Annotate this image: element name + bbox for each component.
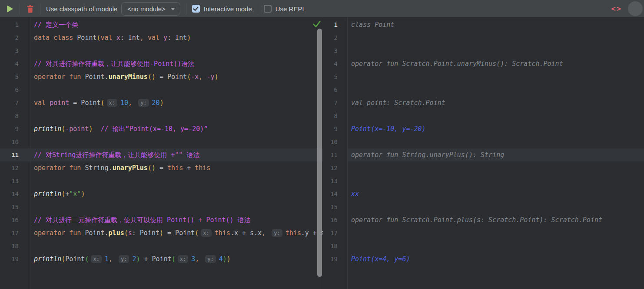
line-number[interactable]: 18 [0,240,30,253]
code-line[interactable]: 19println(Point(x:1, y:2) + Point(x:3, y… [0,253,323,266]
line-number[interactable]: 6 [323,83,348,96]
interactive-mode-checkbox[interactable] [192,5,200,13]
output-line[interactable]: 17 [323,227,644,240]
output-line[interactable]: 13 [323,174,644,187]
code-line[interactable]: 1// 定义一个类 [0,18,323,31]
line-number[interactable]: 3 [0,44,30,57]
line-number[interactable]: 7 [323,96,348,109]
code-line[interactable]: 7val point = Point(x:10, y:20) [0,96,323,109]
code-line[interactable]: 5operator fun Point.unaryMinus() = Point… [0,70,323,83]
use-repl-checkbox[interactable] [264,5,272,13]
line-number[interactable]: 16 [323,213,348,227]
line-number[interactable]: 2 [0,31,30,44]
output-line[interactable]: 6 [323,83,644,96]
code-text [30,240,323,253]
line-number[interactable]: 14 [323,187,348,200]
source-editor-pane[interactable]: 1// 定义一个类2data class Point(val x: Int, v… [0,18,323,289]
scratch-output-pane[interactable]: 1class Point234operator fun Scratch.Poin… [323,18,644,289]
scrollbar-thumb[interactable] [317,29,322,277]
output-line[interactable]: 4operator fun Scratch.Point.unaryMinus()… [323,57,644,70]
line-number[interactable]: 6 [0,83,30,96]
line-number[interactable]: 14 [0,187,30,200]
line-number[interactable]: 16 [0,213,30,227]
line-number[interactable]: 12 [323,161,348,174]
code-line[interactable]: 14println(+"x") [0,187,323,200]
line-number[interactable]: 3 [323,44,348,57]
line-number[interactable]: 12 [0,161,30,174]
code-text: val point = Point(x:10, y:20) [30,96,323,109]
interactive-mode-toggle[interactable]: Interactive mode [192,5,252,13]
chevron-down-icon [171,8,175,10]
code-token: 20 [152,99,160,107]
clear-output-button[interactable] [26,4,34,13]
line-number[interactable]: 19 [323,253,348,266]
code-line[interactable]: 12operator fun String.unaryPlus() = this… [0,161,323,174]
line-number[interactable]: 10 [323,135,348,148]
code-line[interactable]: 11// 对String进行操作符重载，让其能够使用 +"" 语法 [0,148,323,161]
output-line[interactable]: 7val point: Scratch.Point [323,96,644,109]
line-number[interactable]: 11 [0,148,30,161]
line-number[interactable]: 9 [0,122,30,135]
code-line[interactable]: 18 [0,240,323,253]
output-line[interactable]: 14xx [323,187,644,200]
code-token: // 输出“Point(x=-10, y=-20)” [101,125,208,133]
code-token: -y [206,73,214,81]
run-button[interactable] [5,4,14,13]
output-line[interactable]: 10 [323,135,644,148]
output-line[interactable]: 19Point(x=4, y=6) [323,253,644,266]
use-repl-label[interactable]: Use REPL [276,5,306,13]
line-number[interactable]: 10 [0,135,30,148]
line-number[interactable]: 13 [323,174,348,187]
line-number[interactable]: 15 [323,200,348,213]
code-line[interactable]: 3 [0,44,323,57]
line-number[interactable]: 13 [0,174,30,187]
line-number[interactable]: 5 [323,70,348,83]
code-line[interactable]: 13 [0,174,323,187]
line-number[interactable]: 18 [323,240,348,253]
output-line[interactable]: 18 [323,240,644,253]
output-line[interactable]: 2 [323,31,644,44]
output-line[interactable]: 15 [323,200,644,213]
code-line[interactable]: 6 [0,83,323,96]
line-number[interactable]: 7 [0,96,30,109]
inspections-status-icon[interactable] [312,20,321,30]
code-line[interactable]: 8 [0,109,323,122]
code-line[interactable]: 9println(-point) // 输出“Point(x=-10, y=-2… [0,122,323,135]
line-number[interactable]: 1 [0,18,30,31]
output-line[interactable]: 8 [323,109,644,122]
code-line[interactable]: 10 [0,135,323,148]
interactive-mode-label[interactable]: Interactive mode [204,5,252,13]
output-line[interactable]: 5 [323,70,644,83]
line-number[interactable]: 8 [0,109,30,122]
output-line[interactable]: 9Point(x=-10, y=-20) [323,122,644,135]
output-line[interactable]: 12 [323,161,644,174]
avatar[interactable] [628,1,643,16]
use-repl-toggle[interactable]: Use REPL [264,5,306,13]
output-line[interactable]: 16operator fun Scratch.Point.plus(s: Scr… [323,213,644,227]
line-number[interactable]: 15 [0,200,30,213]
code-line[interactable]: 2data class Point(val x: Int, val y: Int… [0,31,323,44]
output-line[interactable]: 1class Point [323,18,644,31]
code-toggle-icon[interactable]: <> [611,4,622,13]
line-number[interactable]: 5 [0,70,30,83]
output-line[interactable]: 11operator fun String.unaryPlus(): Strin… [323,148,644,161]
code-token: ) [160,99,164,107]
line-number[interactable]: 4 [323,57,348,70]
output-line[interactable]: 3 [323,44,644,57]
code-line[interactable]: 4// 对其进行操作符重载，让其能够使用-Point()语法 [0,57,323,70]
code-token: println [34,190,61,198]
module-select[interactable]: <no module> [121,2,180,16]
line-number[interactable]: 19 [0,253,30,266]
code-token: // 对其进行操作符重载，让其能够使用-Point()语法 [34,60,194,68]
code-line[interactable]: 17operator fun Point.plus(s: Point) = Po… [0,227,323,240]
line-number[interactable]: 11 [323,148,348,161]
code-line[interactable]: 16// 对其进行二元操作符重载，使其可以使用 Point() + Point(… [0,213,323,227]
line-number[interactable]: 9 [323,122,348,135]
line-number[interactable]: 2 [323,31,348,44]
code-line[interactable]: 15 [0,200,323,213]
line-number[interactable]: 1 [323,18,348,31]
line-number[interactable]: 4 [0,57,30,70]
line-number[interactable]: 17 [0,227,30,240]
line-number[interactable]: 17 [323,227,348,240]
line-number[interactable]: 8 [323,109,348,122]
